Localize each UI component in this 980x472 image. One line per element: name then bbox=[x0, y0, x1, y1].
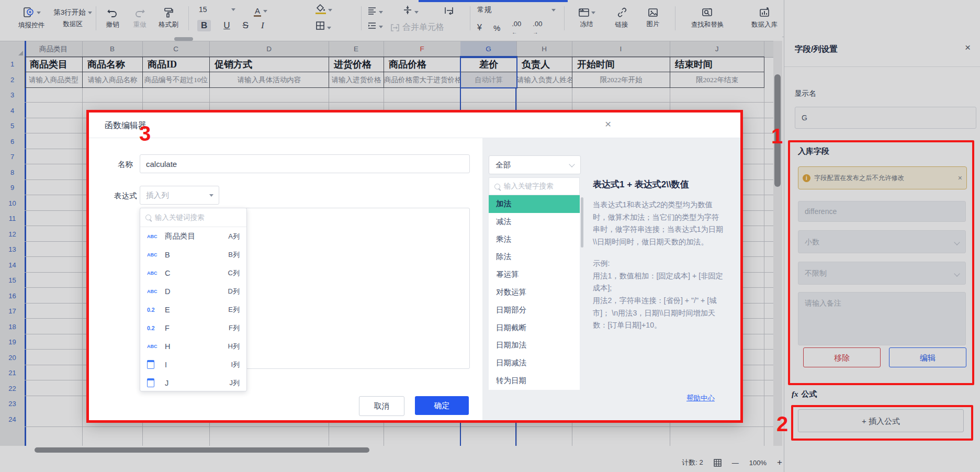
name-label: 名称 bbox=[118, 160, 133, 170]
text-type-icon: ABC bbox=[147, 289, 161, 294]
annotation-2: 2 bbox=[776, 412, 788, 436]
annotation-1: 1 bbox=[771, 125, 783, 148]
help-description: 当表达式1和表达式2的类型均为数值时，做算术加法；当它们的类型为字符串时，做字符… bbox=[593, 199, 725, 248]
function-search[interactable]: 输入关键字搜索 bbox=[489, 177, 580, 195]
name-input[interactable] bbox=[140, 154, 470, 173]
annotation-box-1 bbox=[788, 140, 974, 385]
function-browser: 全部 输入关键字搜索 加法 减法 乘法 除法 幂运算 对数运算 日期部分 日期截… bbox=[482, 138, 740, 420]
chevron-down-icon bbox=[209, 194, 213, 197]
date-type-icon bbox=[147, 378, 154, 387]
function-item[interactable]: 除法 bbox=[489, 248, 580, 266]
function-item[interactable]: 减法 bbox=[489, 213, 580, 231]
text-type-icon: ABC bbox=[147, 344, 161, 349]
text-type-icon: ABC bbox=[147, 234, 161, 239]
help-center-link[interactable]: 帮助中心 bbox=[686, 394, 715, 403]
number-type-icon: 0.2 bbox=[147, 307, 161, 313]
column-option[interactable]: 0.2EE列 bbox=[140, 300, 246, 319]
cancel-button[interactable]: 取消 bbox=[359, 396, 404, 416]
close-icon[interactable]: × bbox=[605, 118, 611, 130]
date-type-icon bbox=[147, 360, 154, 369]
help-example-label: 示例: bbox=[593, 257, 725, 270]
function-item[interactable]: 日期部分 bbox=[489, 301, 580, 319]
function-item[interactable]: 日期减法 bbox=[489, 354, 580, 372]
column-dropdown: 输入关键词搜索 ABC商品类目A列 ABCBB列 ABCCC列 ABCDD列 0… bbox=[140, 208, 247, 391]
column-option[interactable]: ABCHH列 bbox=[140, 337, 246, 355]
column-search[interactable]: 输入关键词搜索 bbox=[140, 208, 246, 227]
insert-column-placeholder: 插入列 bbox=[146, 191, 169, 199]
text-type-icon: ABC bbox=[147, 271, 161, 276]
function-help: 表达式1 + 表达式2\\数值 当表达式1和表达式2的类型均为数值时，做算术加法… bbox=[593, 178, 725, 332]
column-option[interactable]: ABCBB列 bbox=[140, 245, 246, 264]
confirm-button[interactable]: 确定 bbox=[415, 396, 469, 415]
column-option[interactable]: 0.2FF列 bbox=[140, 319, 246, 337]
annotation-box-2 bbox=[791, 405, 973, 441]
column-option[interactable]: ABC商品类目A列 bbox=[140, 227, 246, 245]
search-icon bbox=[145, 215, 151, 220]
function-item[interactable]: 幂运算 bbox=[489, 266, 580, 284]
help-usage-1: 用法1，数值相加：[固定成本] + [非固定成本]; bbox=[593, 270, 725, 295]
search-icon bbox=[494, 184, 500, 189]
help-usage-2: 用法2，字符串连接：[省份] + "/" + [城市]； \n用法3，日期\\日… bbox=[593, 295, 725, 332]
function-item[interactable]: 乘法 bbox=[489, 231, 580, 249]
category-select[interactable]: 全部 bbox=[489, 155, 581, 174]
function-list: 加法 减法 乘法 除法 幂运算 对数运算 日期部分 日期截断 日期加法 日期减法… bbox=[489, 195, 580, 390]
text-type-icon: ABC bbox=[147, 252, 161, 257]
column-option[interactable]: II列 bbox=[140, 355, 246, 374]
function-item-selected[interactable]: 加法 bbox=[489, 195, 580, 213]
function-editor-dialog: 函数编辑器 3 × 名称 表达式 插入列 输入关键词搜索 ABC商品类目A列 A… bbox=[86, 110, 743, 423]
column-option[interactable]: ABCDD列 bbox=[140, 282, 246, 300]
function-item[interactable]: 对数运算 bbox=[489, 284, 580, 301]
function-item[interactable]: 转为日期 bbox=[489, 372, 580, 390]
chevron-down-icon bbox=[569, 161, 575, 167]
column-option[interactable]: JJ列 bbox=[140, 374, 246, 392]
function-list-scrollbar[interactable] bbox=[581, 197, 583, 248]
function-search-placeholder: 输入关键字搜索 bbox=[504, 182, 554, 191]
category-value: 全部 bbox=[495, 161, 511, 169]
function-item[interactable]: 日期截断 bbox=[489, 319, 580, 337]
app-window: 填报控件 第3行开始 数据区 撤销 bbox=[0, 0, 980, 472]
function-item[interactable]: 日期加法 bbox=[489, 336, 580, 354]
column-search-placeholder: 输入关键词搜索 bbox=[155, 213, 205, 222]
number-type-icon: 0.2 bbox=[147, 325, 161, 331]
expression-label: 表达式 bbox=[114, 191, 137, 201]
annotation-3: 3 bbox=[139, 122, 151, 145]
insert-column-select[interactable]: 插入列 bbox=[140, 186, 219, 205]
help-title: 表达式1 + 表达式2\\数值 bbox=[593, 178, 725, 190]
column-option[interactable]: ABCCC列 bbox=[140, 264, 246, 282]
